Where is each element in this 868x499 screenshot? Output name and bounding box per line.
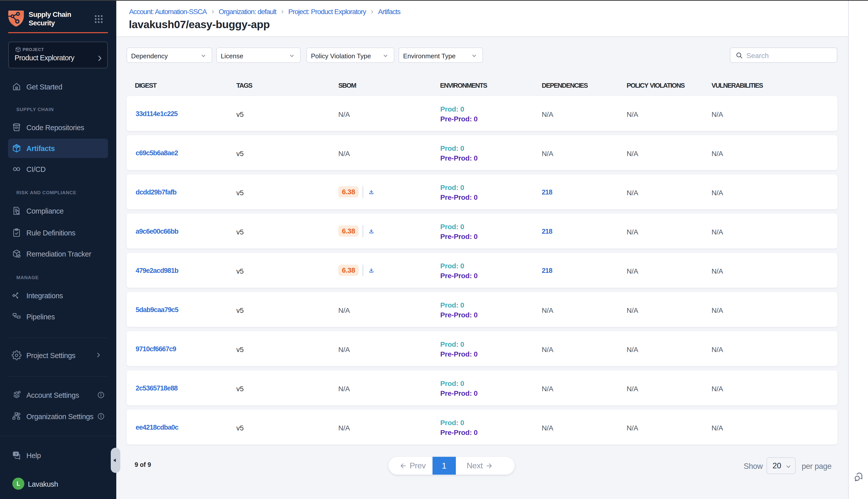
svg-text:?: ? — [15, 452, 17, 456]
